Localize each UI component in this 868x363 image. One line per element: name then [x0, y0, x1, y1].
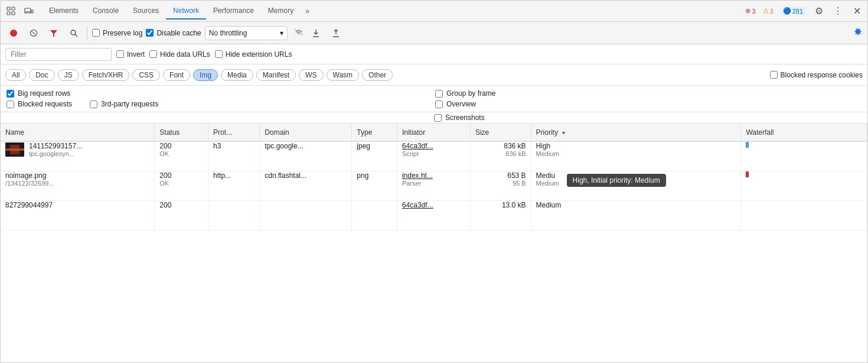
svg-line-9 — [32, 31, 35, 35]
type-btn-wasm[interactable]: Wasm — [327, 69, 360, 81]
search-button[interactable] — [66, 25, 82, 41]
row2-initiator-main[interactable]: index.ht... — [402, 171, 465, 180]
disable-cache-checkbox[interactable]: Disable cache — [146, 29, 201, 37]
disable-cache-input[interactable] — [146, 29, 154, 37]
big-rows-checkbox[interactable]: Big request rows — [6, 89, 70, 98]
col-priority[interactable]: Priority ▾ — [531, 124, 741, 141]
stop-recording-button[interactable] — [5, 25, 22, 41]
col-protocol[interactable]: Prot... — [208, 124, 260, 141]
priority-tooltip: High, Initial priority: Medium — [567, 174, 666, 187]
col-initiator[interactable]: Initiator — [397, 124, 470, 141]
cell-name-2: noimage.png /134122/32699... — [1, 171, 155, 200]
type-btn-img[interactable]: Img — [193, 69, 218, 81]
overview-checkbox[interactable]: Overview — [435, 100, 476, 108]
tab-memory[interactable]: Memory — [261, 3, 301, 20]
screenshots-row: Screenshots — [1, 112, 867, 124]
type-btn-manifest[interactable]: Manifest — [256, 69, 296, 81]
tab-network[interactable]: Network — [166, 3, 206, 20]
more-tabs-button[interactable]: » — [301, 4, 314, 19]
cell-size-1: 836 kB 836 kB — [470, 141, 531, 171]
blocked-cookies-checkbox[interactable]: Blocked response cookies — [770, 71, 863, 79]
col-name[interactable]: Name — [1, 124, 155, 141]
cell-size-2: 653 B 95 B — [470, 171, 531, 200]
svg-marker-10 — [50, 30, 57, 37]
svg-rect-2 — [12, 7, 15, 10]
col-waterfall[interactable]: Waterfall — [741, 124, 867, 141]
group-by-frame-checkbox[interactable]: Group by frame — [435, 89, 495, 98]
tab-elements[interactable]: Elements — [42, 3, 86, 20]
preserve-log-checkbox[interactable]: Preserve log — [92, 29, 142, 37]
network-settings-cog[interactable] — [852, 27, 863, 39]
tab-sources[interactable]: Sources — [126, 3, 166, 20]
cell-waterfall-2 — [741, 171, 867, 200]
third-party-checkbox[interactable]: 3rd-party requests — [90, 100, 158, 108]
type-btn-other[interactable]: Other — [362, 69, 393, 81]
close-devtools-button[interactable]: ✕ — [849, 3, 865, 20]
devices-icon[interactable] — [21, 3, 37, 20]
row1-name-sub: tpc.googlesyn... — [29, 150, 82, 157]
type-btn-font[interactable]: Font — [163, 69, 190, 81]
cell-priority-3: Medium — [531, 200, 741, 230]
cell-status-3: 200 — [155, 200, 208, 230]
row1-status-code: 200 — [159, 142, 203, 150]
settings-gear-icon[interactable]: ⚙ — [811, 3, 827, 20]
type-btn-fetch-xhr[interactable]: Fetch/XHR — [82, 69, 130, 81]
clear-log-button[interactable] — [25, 25, 42, 41]
third-party-input[interactable] — [90, 101, 97, 108]
cell-waterfall-1 — [741, 141, 867, 171]
type-btn-ws[interactable]: WS — [299, 69, 323, 81]
group-by-frame-input[interactable] — [435, 90, 443, 98]
hide-extension-urls-input[interactable] — [215, 50, 223, 58]
col-size[interactable]: Size — [470, 124, 531, 141]
screenshots-input[interactable] — [434, 114, 442, 122]
hide-extension-urls-checkbox[interactable]: Hide extension URLs — [215, 50, 292, 59]
screenshots-checkbox[interactable]: Screenshots — [434, 114, 485, 122]
svg-rect-21 — [10, 145, 19, 154]
cell-domain-2: cdn.flashtal... — [260, 171, 352, 200]
cell-initiator-1: 64ca3df... Script — [397, 141, 470, 171]
tab-performance[interactable]: Performance — [206, 3, 261, 20]
table-row[interactable]: 827299044997 200 64ca3df... 13.0 kB — [1, 200, 867, 230]
filter-toggle-button[interactable] — [45, 25, 62, 41]
svg-point-7 — [10, 30, 17, 37]
more-options-icon[interactable]: ⋮ — [831, 4, 845, 18]
type-btn-js[interactable]: JS — [58, 69, 79, 81]
type-filter-row: All Doc JS Fetch/XHR CSS Font Img Media … — [1, 64, 867, 86]
type-btn-css[interactable]: CSS — [132, 69, 160, 81]
cell-type-3 — [352, 200, 397, 230]
big-rows-input[interactable] — [6, 90, 14, 98]
tab-console[interactable]: Console — [86, 3, 126, 20]
col-status[interactable]: Status — [155, 124, 208, 141]
filter-input[interactable] — [5, 48, 112, 61]
overview-input[interactable] — [435, 101, 443, 108]
blocked-cookies-input[interactable] — [770, 71, 778, 79]
invert-input[interactable] — [116, 50, 124, 58]
svg-rect-3 — [12, 12, 15, 15]
cell-size-3: 13.0 kB — [470, 200, 531, 230]
col-domain[interactable]: Domain — [260, 124, 352, 141]
preserve-log-input[interactable] — [92, 29, 100, 37]
hide-data-urls-checkbox[interactable]: Hide data URLs — [149, 50, 210, 59]
svg-point-11 — [71, 30, 76, 35]
type-btn-doc[interactable]: Doc — [29, 69, 54, 81]
row1-initiator-main[interactable]: 64ca3df... — [402, 142, 465, 150]
cursor-icon[interactable] — [3, 3, 19, 20]
type-btn-media[interactable]: Media — [221, 69, 253, 81]
cell-priority-2: Mediu Medium High, Initial priority: Med… — [531, 171, 741, 200]
type-btn-all[interactable]: All — [5, 69, 26, 81]
svg-line-12 — [75, 34, 77, 37]
col-type[interactable]: Type — [352, 124, 397, 141]
cell-priority-1: High Medium — [531, 141, 741, 171]
import-har-button[interactable] — [328, 25, 344, 41]
table-row[interactable]: noimage.png /134122/32699... 200 OK http… — [1, 171, 867, 200]
cell-initiator-2: index.ht... Parser — [397, 171, 470, 200]
invert-checkbox[interactable]: Invert — [116, 50, 145, 59]
blocked-requests-checkbox[interactable]: Blocked requests — [6, 100, 72, 108]
hide-data-urls-input[interactable] — [149, 50, 157, 58]
row2-name-main: noimage.png — [5, 171, 149, 180]
table-row[interactable]: 141152993157... tpc.googlesyn... 200 OK … — [1, 141, 867, 171]
export-har-button[interactable] — [308, 25, 324, 41]
throttle-select[interactable]: No throttling ▾ — [205, 26, 288, 40]
blocked-requests-input[interactable] — [6, 101, 14, 108]
wifi-icon — [293, 28, 304, 38]
